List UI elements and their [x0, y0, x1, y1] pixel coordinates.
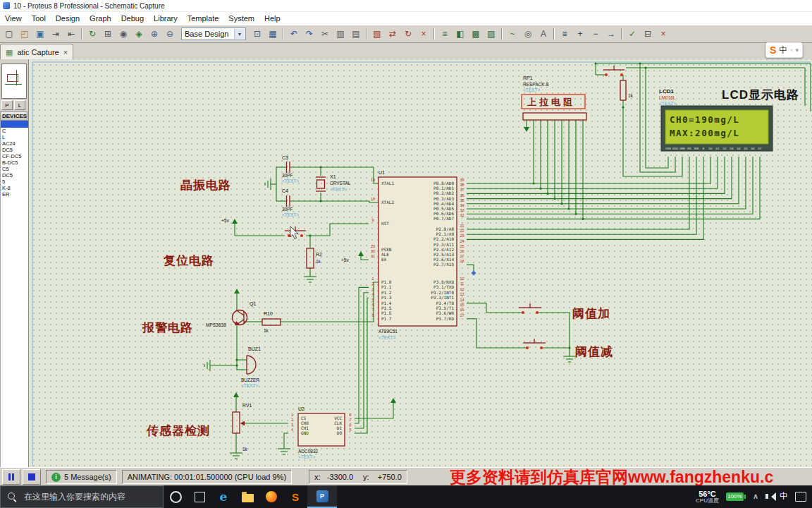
chevron-down-icon[interactable]: ▼ — [234, 29, 245, 39]
stop-simulation-button[interactable] — [23, 469, 41, 485]
respack-rp1[interactable] — [523, 113, 586, 120]
electrical-check-icon[interactable]: ✓ — [625, 26, 640, 42]
sogou-tools-icon[interactable]: ▫ — [790, 47, 792, 54]
resistor-r10[interactable] — [262, 319, 281, 325]
menu-item[interactable]: Design — [51, 14, 85, 23]
separator[interactable] — [553, 28, 555, 40]
decompose-icon[interactable]: ▨ — [484, 26, 499, 42]
potentiometer-rv1[interactable] — [233, 412, 245, 433]
file-explorer-icon[interactable] — [235, 485, 259, 508]
sogou-icon[interactable]: S — [283, 485, 307, 508]
netlist-icon[interactable]: ⊟ — [640, 26, 656, 42]
proteus-taskbar-button[interactable]: P — [307, 485, 337, 508]
sogou-ime-mode[interactable]: 中 — [779, 44, 787, 56]
device-item[interactable]: C — [1, 128, 28, 134]
resistor-r2[interactable] — [307, 248, 314, 268]
sogou-input-bar[interactable]: S 中 ▫ ▾ — [765, 42, 803, 58]
device-item[interactable]: AC24 — [1, 140, 28, 147]
search-tag-icon[interactable]: ◎ — [520, 26, 536, 42]
sogou-logo[interactable]: S — [770, 44, 776, 56]
undo-icon[interactable]: ↶ — [286, 26, 302, 42]
device-item[interactable]: DC5 — [1, 147, 28, 153]
cortana-button[interactable] — [164, 485, 187, 508]
redraw-icon[interactable]: ↻ — [85, 26, 100, 42]
property-assign-icon[interactable]: A — [536, 26, 551, 42]
task-view-button[interactable] — [187, 485, 211, 508]
menu-item[interactable]: Help — [259, 14, 285, 23]
device-item[interactable]: L — [1, 134, 28, 140]
message-panel[interactable]: i 5 Message(s) — [46, 470, 117, 484]
make-device-icon[interactable]: ◧ — [453, 26, 468, 42]
cpu-temp-widget[interactable]: 56°C CPU温度 — [696, 490, 719, 504]
save-design-icon[interactable]: ▣ — [32, 26, 48, 42]
block-delete-icon[interactable]: × — [416, 26, 431, 42]
design-explorer-icon[interactable]: ≡ — [557, 26, 572, 42]
device-item[interactable]: B-DC5 — [1, 159, 28, 166]
zoom-area-icon[interactable]: ⊡ — [250, 26, 265, 42]
capacitor-c3[interactable] — [287, 162, 290, 173]
import-section-icon[interactable]: ⇥ — [48, 26, 63, 42]
separator[interactable] — [366, 28, 367, 40]
paste-icon[interactable]: ▤ — [348, 26, 364, 42]
device-item-selected[interactable] — [1, 121, 28, 128]
crystal-x1[interactable] — [316, 177, 326, 191]
threshold-add-button[interactable] — [519, 303, 541, 308]
menu-item[interactable]: Template — [183, 14, 224, 23]
transistor-q1[interactable] — [233, 310, 247, 326]
menu-item[interactable]: Library — [149, 14, 183, 23]
menu-item[interactable]: Debug — [116, 14, 149, 23]
origin-icon[interactable]: ◉ — [116, 26, 131, 42]
goto-sheet-icon[interactable]: → — [603, 26, 619, 42]
schematic-preview[interactable] — [1, 64, 27, 99]
tab-schematic-capture[interactable]: ▦ atic Capture × — [0, 44, 73, 60]
zoom-out-icon[interactable]: ⊖ — [162, 26, 178, 42]
sogou-keyboard-icon[interactable]: ▾ — [796, 47, 799, 54]
new-sheet-icon[interactable]: + — [572, 26, 588, 42]
design-selector[interactable]: Base Design ▼ — [181, 28, 246, 40]
menu-item[interactable]: View — [0, 14, 27, 23]
separator[interactable] — [283, 28, 284, 40]
separator[interactable] — [433, 28, 435, 40]
pause-simulation-button[interactable] — [2, 469, 20, 485]
separator[interactable] — [81, 28, 82, 40]
schematic-canvas[interactable]: XTAL1XTAL2 RST PSENALEEA P1.0P1.1P1.2P1.… — [28, 59, 812, 467]
redo-icon[interactable]: ↷ — [302, 26, 317, 42]
threshold-sub-button[interactable] — [523, 339, 546, 343]
open-design-icon[interactable]: ◰ — [17, 26, 32, 42]
buzzer-buz1[interactable] — [247, 356, 256, 374]
separator[interactable] — [501, 28, 503, 40]
edge-icon[interactable]: e — [211, 485, 235, 508]
packaging-icon[interactable]: ▩ — [468, 26, 484, 42]
cut-icon[interactable]: ✂ — [317, 26, 333, 42]
device-item[interactable]: K-8 — [1, 185, 28, 191]
battery-indicator[interactable]: 100% — [726, 492, 746, 501]
device-item[interactable]: CF-DC5 — [1, 153, 28, 159]
export-section-icon[interactable]: ⇤ — [63, 26, 79, 42]
grid-icon[interactable]: ⊞ — [100, 26, 116, 42]
separator[interactable] — [621, 28, 622, 40]
taskbar-search[interactable] — [0, 485, 164, 508]
copy-icon[interactable]: ▥ — [333, 26, 348, 42]
zoom-all-icon[interactable]: ▦ — [265, 26, 281, 42]
zoom-in-icon[interactable]: ⊕ — [147, 26, 162, 42]
device-item[interactable]: DC5 — [1, 172, 28, 179]
volume-icon[interactable] — [765, 494, 768, 499]
device-item[interactable]: C5 — [1, 166, 28, 172]
library-button[interactable]: L — [14, 100, 25, 110]
pan-icon[interactable]: ◈ — [131, 26, 147, 42]
block-move-icon[interactable]: ⇄ — [385, 26, 400, 42]
contrast-button[interactable] — [603, 66, 625, 70]
ime-indicator[interactable]: 中 — [780, 490, 788, 502]
close-icon[interactable]: × — [63, 48, 68, 56]
device-item[interactable]: 5 — [1, 179, 28, 185]
new-design-icon[interactable]: ▢ — [1, 26, 17, 42]
device-item[interactable]: ER — [1, 191, 28, 198]
resistor-1k-top[interactable] — [620, 80, 626, 100]
pick-devices-button[interactable]: P — [1, 100, 13, 110]
menu-item[interactable]: Tool — [27, 14, 51, 23]
pick-parts-icon[interactable]: ≡ — [437, 26, 453, 42]
taskbar-search-input[interactable] — [23, 491, 156, 502]
wire-autorouter-icon[interactable]: ~ — [505, 26, 520, 42]
reset-button[interactable] — [285, 226, 306, 231]
menu-item[interactable]: System — [223, 14, 259, 23]
